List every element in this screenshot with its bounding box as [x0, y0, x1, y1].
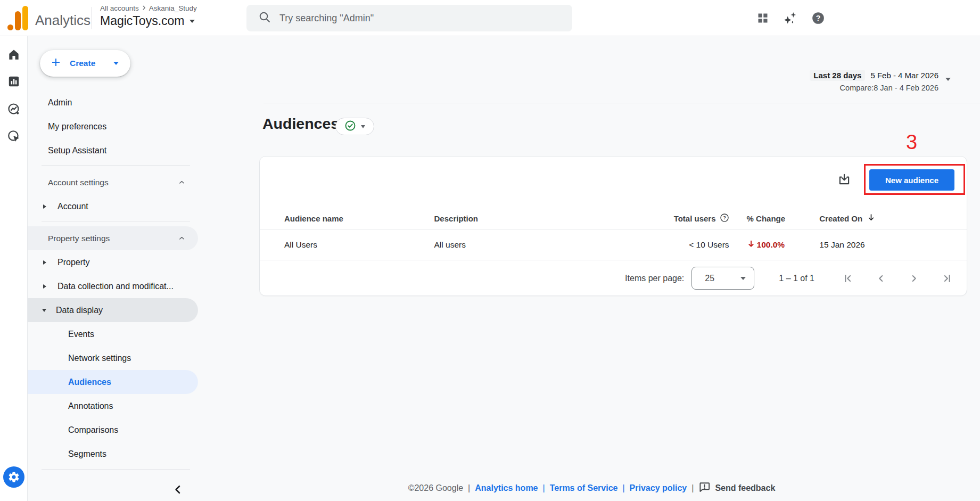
footer-separator: |	[622, 483, 624, 493]
left-rail	[0, 36, 28, 501]
header-audience-name: Audience name	[284, 214, 434, 223]
analytics-home-link[interactable]: Analytics home	[475, 483, 538, 493]
analytics-logo[interactable]: Analytics	[7, 5, 90, 33]
table-pagination: Items per page: 25 1 – 1 of 1	[260, 261, 967, 295]
cell-audience-name: All Users	[284, 240, 434, 250]
breadcrumb-root: All accounts	[100, 4, 139, 12]
send-feedback-button[interactable]: Send feedback	[698, 481, 775, 495]
expand-arrow-icon	[43, 204, 46, 209]
sidebar-item-property[interactable]: Property	[28, 250, 198, 274]
first-page-icon[interactable]	[842, 273, 854, 284]
collapse-sidebar-icon[interactable]	[172, 483, 184, 498]
reports-icon[interactable]	[7, 75, 21, 88]
plus-icon	[50, 56, 62, 71]
arrow-down-red-icon	[747, 240, 755, 250]
advertising-icon[interactable]	[7, 129, 21, 143]
last-page-icon[interactable]	[941, 273, 953, 284]
header-created-on[interactable]: Created On	[819, 213, 915, 224]
chevron-down-icon	[113, 62, 119, 65]
page-title: Audiences	[262, 115, 339, 133]
header-description: Description	[434, 214, 623, 223]
gemini-sparkle-icon[interactable]	[783, 11, 798, 26]
sidebar-item-setup-assistant[interactable]: Setup Assistant	[28, 138, 198, 162]
collection-status-badge[interactable]	[335, 118, 374, 135]
collapse-arrow-icon	[42, 309, 46, 312]
svg-text:?: ?	[723, 215, 726, 220]
search-input[interactable]	[279, 13, 572, 24]
page-footer: ©2026 Google | Analytics home | Terms of…	[203, 481, 980, 495]
expand-arrow-icon	[43, 260, 46, 265]
chevron-down-icon	[361, 125, 365, 128]
top-bar: Analytics All accounts Askania_Study Mag…	[0, 0, 980, 36]
feedback-icon	[698, 481, 711, 495]
sidebar-item-account[interactable]: Account	[28, 194, 198, 218]
cell-total-users: < 10 Users	[623, 240, 729, 250]
new-audience-button[interactable]: New audience	[869, 169, 954, 191]
account-switcher[interactable]: All accounts Askania_Study MagicToys.com	[100, 4, 197, 28]
sidebar-item-data-collection[interactable]: Data collection and modificat...	[28, 274, 198, 298]
audiences-card: New audience Audience name Description T…	[259, 156, 967, 296]
date-range-picker[interactable]: Last 28 days 5 Feb - 4 Mar 2026 Compare:…	[810, 70, 951, 92]
chevron-up-icon	[178, 178, 186, 188]
date-compare-value: Compare:8 Jan - 4 Feb 2026	[810, 84, 938, 92]
sidebar-item-audiences-active[interactable]: Audiences	[28, 370, 198, 394]
sidebar-item-segments[interactable]: Segments	[28, 442, 198, 466]
create-button-label: Create	[70, 59, 95, 68]
table-header-row: Audience name Description Total users ? …	[260, 208, 967, 229]
page-size-select[interactable]: 25	[691, 267, 754, 290]
expand-arrow-icon	[43, 284, 46, 289]
apps-grid-icon[interactable]	[755, 11, 770, 26]
chevron-up-icon	[178, 234, 186, 244]
sidebar-item-network-settings[interactable]: Network settings	[28, 346, 198, 370]
sidebar-divider	[42, 165, 190, 166]
help-outline-icon[interactable]: ?	[720, 213, 729, 224]
admin-gear-icon[interactable]	[3, 466, 24, 488]
create-button[interactable]: Create	[40, 50, 130, 77]
date-preset-label: Last 28 days	[810, 70, 865, 81]
sidebar-divider	[42, 221, 190, 221]
terms-of-service-link[interactable]: Terms of Service	[550, 483, 618, 493]
home-icon[interactable]	[7, 48, 21, 62]
download-icon[interactable]	[837, 173, 851, 186]
header-divider	[263, 103, 980, 103]
sidebar-section-property-settings[interactable]: Property settings	[28, 226, 198, 250]
header-total-users: Total users	[674, 214, 716, 223]
analytics-logo-icon	[7, 5, 29, 33]
sidebar-item-my-preferences[interactable]: My preferences	[28, 114, 198, 138]
cell-created-on: 15 Jan 2026	[819, 240, 915, 250]
footer-separator: |	[691, 483, 694, 493]
header-change: % Change	[729, 214, 820, 223]
admin-sidebar: Create Admin My preferences Setup Assist…	[28, 36, 203, 501]
chevron-right-icon	[141, 4, 147, 12]
footer-separator: |	[543, 483, 545, 493]
breadcrumb-current: Askania_Study	[149, 4, 197, 12]
sidebar-item-annotations[interactable]: Annotations	[28, 394, 198, 418]
footer-separator: |	[468, 483, 470, 493]
cell-change: 100.0%	[729, 240, 820, 250]
sidebar-item-events[interactable]: Events	[28, 322, 198, 346]
copyright: ©2026 Google	[408, 483, 463, 493]
send-feedback-label: Send feedback	[715, 483, 775, 493]
sidebar-item-admin[interactable]: Admin	[28, 91, 198, 114]
sidebar-divider	[42, 469, 190, 470]
page-size-value: 25	[705, 274, 714, 283]
search-icon	[258, 11, 271, 26]
breadcrumb: All accounts Askania_Study	[100, 4, 197, 12]
search-bar	[246, 5, 572, 31]
sidebar-item-comparisons[interactable]: Comparisons	[28, 418, 198, 442]
sort-descending-icon	[867, 213, 876, 224]
chevron-down-icon	[740, 277, 746, 280]
items-per-page-label: Items per page:	[625, 274, 684, 283]
annotation-step-number: 3	[906, 131, 917, 154]
explore-icon[interactable]	[7, 102, 21, 116]
sidebar-section-account-settings[interactable]: Account settings	[28, 170, 198, 194]
help-icon[interactable]: ?	[811, 11, 826, 26]
privacy-policy-link[interactable]: Privacy policy	[630, 483, 687, 493]
cell-description: All users	[434, 240, 623, 250]
previous-page-icon[interactable]	[875, 273, 887, 284]
sidebar-item-data-display[interactable]: Data display	[28, 298, 198, 322]
topbar-divider	[92, 7, 92, 29]
date-range-value: 5 Feb - 4 Mar 2026	[870, 71, 938, 80]
next-page-icon[interactable]	[908, 273, 920, 284]
table-row[interactable]: All Users All users < 10 Users 100.0% 15…	[260, 229, 967, 260]
